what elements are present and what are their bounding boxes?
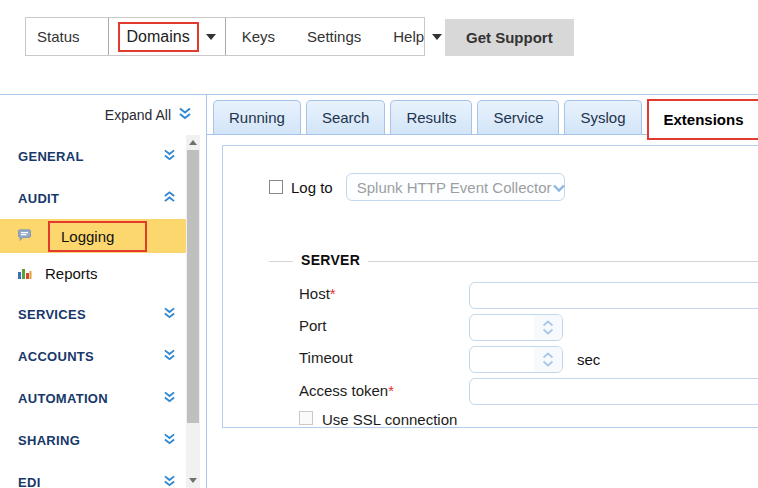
screen: Status Domains Keys Settings Help Get Su…: [0, 0, 758, 488]
sidebar-item-label: Reports: [45, 265, 98, 282]
sidebar-menu: GENERAL AUDIT Logging: [0, 135, 186, 488]
sidebar-section-label: AUTOMATION: [18, 391, 108, 406]
sidebar-section-edi[interactable]: EDI: [0, 461, 186, 488]
nav-item-domains[interactable]: Domains: [108, 18, 226, 55]
caret-down-icon: [206, 34, 216, 40]
nav-item-keys[interactable]: Keys: [226, 18, 291, 55]
expand-all-button[interactable]: Expand All: [105, 107, 192, 123]
bar-chart-icon: [17, 266, 32, 280]
tab-search[interactable]: Search: [306, 100, 386, 134]
spinner-down-icon: [542, 360, 554, 367]
tab-running[interactable]: Running: [213, 100, 301, 134]
required-asterisk: *: [330, 285, 336, 302]
log-target-select[interactable]: Splunk HTTP Event Collector: [346, 173, 565, 201]
use-ssl-checkbox[interactable]: [299, 411, 313, 425]
tab-service[interactable]: Service: [477, 100, 559, 134]
spinner-up-icon: [542, 320, 554, 327]
spinner-up-icon: [542, 352, 554, 359]
tab-syslog[interactable]: Syslog: [564, 100, 641, 134]
tab-extensions[interactable]: Extensions: [647, 99, 758, 140]
chevron-double-down-icon: [163, 433, 176, 448]
sidebar-section-label: EDI: [18, 475, 41, 488]
chevron-double-down-icon: [178, 107, 192, 123]
sidebar-section-audit[interactable]: AUDIT: [0, 177, 186, 219]
spinner-buttons[interactable]: [534, 347, 562, 372]
sidebar-section-label: GENERAL: [18, 149, 84, 164]
sidebar-section-automation[interactable]: AUTOMATION: [0, 377, 186, 419]
sidebar-section-label: SHARING: [18, 433, 80, 448]
chevron-double-down-icon: [163, 475, 176, 488]
nav-item-help-label: Help: [393, 28, 424, 45]
sidebar-section-general[interactable]: GENERAL: [0, 135, 186, 177]
sidebar: Expand All GENERAL AUDIT: [0, 95, 206, 488]
required-asterisk: *: [388, 382, 394, 399]
access-token-input[interactable]: [469, 378, 758, 405]
spinner-buttons[interactable]: [534, 315, 562, 340]
chevron-double-down-icon: [163, 307, 176, 322]
sidebar-scrollbar[interactable]: [186, 135, 200, 488]
sidebar-section-accounts[interactable]: ACCOUNTS: [0, 335, 186, 377]
chevron-double-up-icon: [163, 191, 176, 206]
sidebar-section-label: SERVICES: [18, 307, 86, 322]
log-to-checkbox[interactable]: [269, 180, 283, 194]
main-nav: Status Domains Keys Settings Help: [25, 17, 425, 56]
timeout-unit-label: sec: [577, 351, 600, 368]
spinner-down-icon: [542, 328, 554, 335]
chevron-down-icon: [552, 179, 566, 196]
log-to-row: Log to Splunk HTTP Event Collector: [269, 173, 565, 201]
speech-bubble-icon: [17, 229, 32, 243]
annotation-box-domains: Domains: [118, 22, 199, 52]
annotation-box-logging: Logging: [48, 221, 147, 252]
sidebar-item-reports[interactable]: Reports: [0, 253, 186, 293]
log-target-select-value: Splunk HTTP Event Collector: [357, 179, 552, 196]
port-label: Port: [299, 317, 327, 334]
chevron-double-down-icon: [163, 349, 176, 364]
timeout-spinner[interactable]: [469, 346, 563, 373]
tab-results[interactable]: Results: [390, 100, 472, 134]
use-ssl-label: Use SSL connection: [322, 411, 457, 428]
nav-item-status[interactable]: Status: [26, 18, 96, 55]
sidebar-item-logging[interactable]: Logging: [0, 219, 186, 253]
extensions-panel: Log to Splunk HTTP Event Collector SERVE…: [222, 145, 758, 428]
nav-item-settings[interactable]: Settings: [291, 18, 377, 55]
caret-down-icon: [432, 34, 442, 40]
log-to-label: Log to: [291, 179, 333, 196]
chevron-double-down-icon: [163, 149, 176, 164]
sidebar-content-divider: [206, 95, 207, 488]
sidebar-section-sharing[interactable]: SHARING: [0, 419, 186, 461]
access-token-label: Access token*: [299, 382, 394, 399]
tab-bar: Running Search Results Service Syslog Ex…: [213, 100, 758, 140]
port-spinner[interactable]: [469, 314, 563, 341]
timeout-label: Timeout: [299, 349, 353, 366]
expand-all-label: Expand All: [105, 107, 171, 123]
scrollbar-down-arrow[interactable]: [186, 474, 200, 487]
chevron-double-down-icon: [163, 391, 176, 406]
host-input[interactable]: [469, 282, 758, 309]
scrollbar-thumb[interactable]: [187, 150, 199, 423]
get-support-button[interactable]: Get Support: [445, 19, 574, 56]
sidebar-section-services[interactable]: SERVICES: [0, 293, 186, 335]
sidebar-section-label: AUDIT: [18, 191, 59, 206]
host-label: Host*: [299, 285, 336, 302]
server-fieldset-legend: SERVER: [293, 252, 368, 268]
scrollbar-up-arrow[interactable]: [186, 136, 200, 149]
sidebar-section-label: ACCOUNTS: [18, 349, 94, 364]
